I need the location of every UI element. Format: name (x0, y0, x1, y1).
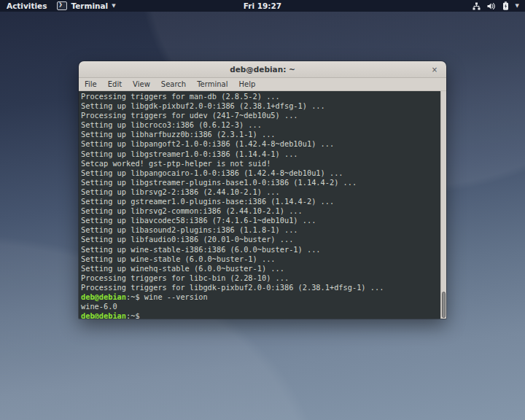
terminal-line: Setting up wine-stable (6.0.0~buster-1) … (81, 254, 439, 264)
terminal-window: deb@debian: ~ × File Edit View Search Te… (79, 61, 446, 319)
terminal-line: Setting up libpangocairo-1.0-0:i386 (1.4… (81, 168, 439, 178)
terminal-line: deb@debian:~$ (81, 311, 439, 319)
menu-help[interactable]: Help (238, 80, 255, 88)
scrollbar-thumb[interactable] (442, 292, 446, 318)
chevron-down-icon: ▼ (516, 3, 519, 9)
terminal-line: Setting up libgstreamer-plugins-base1.0-… (81, 178, 439, 187)
terminal-menubar: File Edit View Search Terminal Help (79, 78, 446, 91)
terminal-content[interactable]: Processing triggers for man-db (2.8.5-2)… (79, 91, 446, 319)
terminal-line: Setting up libasound2-plugins:i386 (1.1.… (81, 225, 439, 235)
clock[interactable]: Fri 19:27 (244, 1, 281, 10)
terminal-line: Processing triggers for udev (241-7~deb1… (81, 111, 439, 120)
terminal-line: Setting up libcroco3:i386 (0.6.12-3) ... (81, 120, 439, 130)
terminal-line: Setting up winehq-stable (6.0.0~buster-1… (81, 264, 439, 273)
terminal-line: Processing triggers for libgdk-pixbuf2.0… (81, 283, 439, 292)
terminal-line: Setting up libpangoft2-1.0-0:i386 (1.42.… (81, 139, 439, 149)
app-menu-terminal[interactable]: Terminal ▼ (57, 1, 115, 10)
terminal-line: Setting up libgdk-pixbuf2.0-0:i386 (2.38… (81, 101, 439, 111)
terminal-line: Processing triggers for man-db (2.8.5-2)… (81, 92, 439, 101)
terminal-line: Setting up librsvg2-common:i386 (2.44.10… (81, 206, 439, 216)
terminal-line: Setting up gstreamer1.0-plugins-base:i38… (81, 197, 439, 206)
close-icon[interactable]: × (429, 61, 440, 77)
menu-search[interactable]: Search (161, 80, 186, 88)
menu-view[interactable]: View (133, 80, 150, 88)
terminal-line: wine-6.0 (81, 302, 439, 311)
terminal-line: Setting up wine-stable-i386:i386 (6.0.0~… (81, 245, 439, 254)
system-status-area[interactable]: ▼ (472, 1, 525, 10)
activities-button[interactable]: Activities (7, 1, 47, 10)
window-titlebar[interactable]: deb@debian: ~ × (79, 61, 446, 78)
volume-icon (487, 2, 496, 10)
terminal-line: Setting up libgstreamer1.0-0:i386 (1.14.… (81, 149, 439, 159)
network-wired-icon (472, 2, 481, 10)
window-title: deb@debian: ~ (230, 65, 295, 74)
terminal-app-icon (57, 1, 67, 10)
terminal-line: Processing triggers for libc-bin (2.28-1… (81, 273, 439, 283)
terminal-scrollbar[interactable] (440, 91, 446, 319)
app-menu-label: Terminal (71, 1, 108, 10)
menu-edit[interactable]: Edit (108, 80, 122, 88)
terminal-line: Setting up libavcodec58:i386 (7:4.1.6-1~… (81, 216, 439, 225)
terminal-line: Setting up libharfbuzz0b:i386 (2.3.1-1) … (81, 130, 439, 139)
gnome-top-bar: Activities Terminal ▼ Fri 19:27 ▼ (0, 0, 525, 12)
menu-file[interactable]: File (85, 80, 97, 88)
terminal-line: deb@debian:~$ wine --version (81, 292, 439, 302)
terminal-line: Setcap worked! gst-ptp-helper is not sui… (81, 159, 439, 168)
app-menu-caret-icon: ▼ (112, 3, 115, 9)
terminal-line: Setting up librsvg2-2:i386 (2.44.10-2.1)… (81, 187, 439, 197)
terminal-line: Setting up libfaudio0:i386 (20.01-0~bust… (81, 235, 439, 244)
terminal-lines: Processing triggers for man-db (2.8.5-2)… (79, 91, 440, 319)
menu-terminal[interactable]: Terminal (197, 80, 228, 88)
battery-icon (502, 1, 509, 10)
